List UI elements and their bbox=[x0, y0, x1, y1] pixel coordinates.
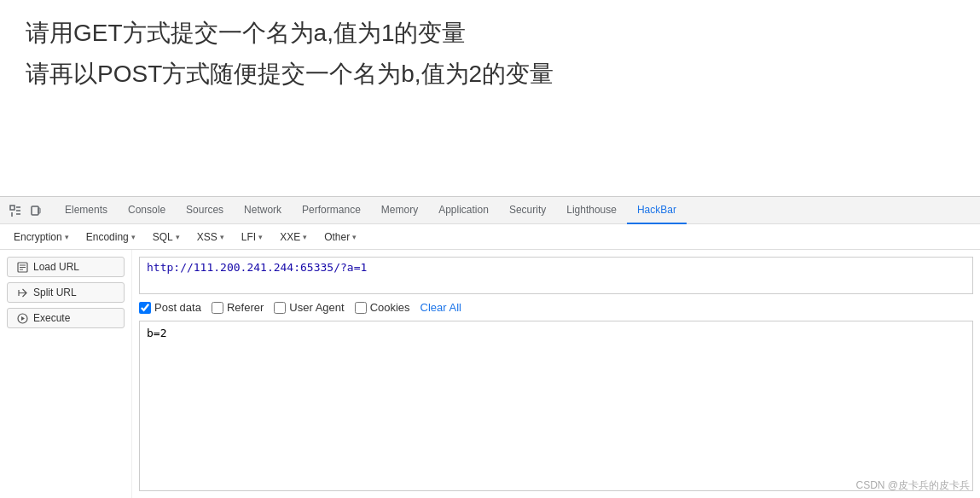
user-agent-checkbox-label[interactable]: User Agent bbox=[274, 301, 344, 314]
hackbar-sidebar: Load URL Split URL bbox=[0, 250, 132, 498]
devtools-panel: Elements Console Sources Network Perform… bbox=[0, 196, 980, 498]
tab-lighthouse[interactable]: Lighthouse bbox=[556, 197, 627, 224]
referer-checkbox[interactable] bbox=[212, 302, 223, 314]
tab-security[interactable]: Security bbox=[499, 197, 556, 224]
execute-button[interactable]: Execute bbox=[7, 308, 125, 328]
xxe-menu-btn[interactable]: XXE ▾ bbox=[273, 229, 314, 245]
main-title-1: 请用GET方式提交一个名为a,值为1的变量 bbox=[26, 17, 954, 49]
inspect-icon[interactable] bbox=[5, 200, 26, 221]
tab-sources[interactable]: Sources bbox=[176, 197, 234, 224]
devtools-topbar: Elements Console Sources Network Perform… bbox=[0, 197, 980, 224]
main-title-2: 请再以POST方式随便提交一个名为b,值为2的变量 bbox=[26, 58, 954, 90]
svg-rect-0 bbox=[10, 206, 14, 210]
tab-hackbar[interactable]: HackBar bbox=[627, 197, 687, 224]
tab-memory[interactable]: Memory bbox=[371, 197, 428, 224]
device-icon[interactable] bbox=[26, 200, 46, 221]
devtools-body: Encryption ▾ Encoding ▾ SQL ▾ XSS ▾ LFI … bbox=[0, 224, 980, 498]
split-url-button[interactable]: Split URL bbox=[7, 282, 125, 303]
hackbar-panel: Load URL Split URL bbox=[0, 250, 980, 498]
devtools-icon-group bbox=[5, 200, 46, 221]
tab-application[interactable]: Application bbox=[428, 197, 499, 224]
post-data-checkbox[interactable] bbox=[139, 302, 151, 314]
user-agent-checkbox[interactable] bbox=[274, 302, 286, 314]
encoding-chevron-icon: ▾ bbox=[131, 233, 136, 241]
other-menu-btn[interactable]: Other ▾ bbox=[317, 229, 363, 245]
lfi-chevron-icon: ▾ bbox=[258, 233, 263, 241]
tab-performance[interactable]: Performance bbox=[292, 197, 371, 224]
main-content: 请用GET方式提交一个名为a,值为1的变量 请再以POST方式随便提交一个名为b… bbox=[0, 0, 980, 196]
split-url-icon bbox=[16, 287, 28, 298]
hackbar-content: Post data Referer User Agent Cookies bbox=[132, 250, 980, 498]
other-chevron-icon: ▾ bbox=[352, 233, 357, 241]
postdata-row: Post data Referer User Agent Cookies bbox=[139, 301, 973, 314]
xss-chevron-icon: ▾ bbox=[220, 233, 224, 241]
encryption-menu-btn[interactable]: Encryption ▾ bbox=[7, 229, 76, 245]
svg-rect-1 bbox=[32, 206, 38, 215]
encoding-menu-btn[interactable]: Encoding ▾ bbox=[79, 229, 142, 245]
load-url-icon bbox=[16, 261, 28, 273]
encryption-chevron-icon: ▾ bbox=[65, 233, 69, 241]
clear-all-button[interactable]: Clear All bbox=[420, 301, 461, 314]
post-data-input[interactable] bbox=[139, 321, 973, 491]
svg-rect-2 bbox=[38, 208, 40, 213]
sql-menu-btn[interactable]: SQL ▾ bbox=[146, 229, 187, 245]
tab-elements[interactable]: Elements bbox=[55, 197, 118, 224]
xxe-chevron-icon: ▾ bbox=[303, 233, 307, 241]
watermark: CSDN @皮卡兵的皮卡兵 bbox=[855, 478, 970, 493]
cookies-checkbox-label[interactable]: Cookies bbox=[355, 301, 410, 314]
tab-console[interactable]: Console bbox=[118, 197, 176, 224]
cookies-checkbox[interactable] bbox=[355, 302, 367, 314]
lfi-menu-btn[interactable]: LFI ▾ bbox=[235, 229, 270, 245]
execute-icon bbox=[16, 312, 28, 324]
post-data-checkbox-label[interactable]: Post data bbox=[139, 301, 201, 314]
hackbar-toolbar: Encryption ▾ Encoding ▾ SQL ▾ XSS ▾ LFI … bbox=[0, 224, 980, 250]
load-url-button[interactable]: Load URL bbox=[7, 257, 125, 277]
tab-network[interactable]: Network bbox=[234, 197, 292, 224]
xss-menu-btn[interactable]: XSS ▾ bbox=[190, 229, 231, 245]
sql-chevron-icon: ▾ bbox=[176, 233, 180, 241]
referer-checkbox-label[interactable]: Referer bbox=[212, 301, 264, 314]
svg-marker-5 bbox=[21, 316, 25, 321]
url-input[interactable] bbox=[139, 257, 973, 294]
